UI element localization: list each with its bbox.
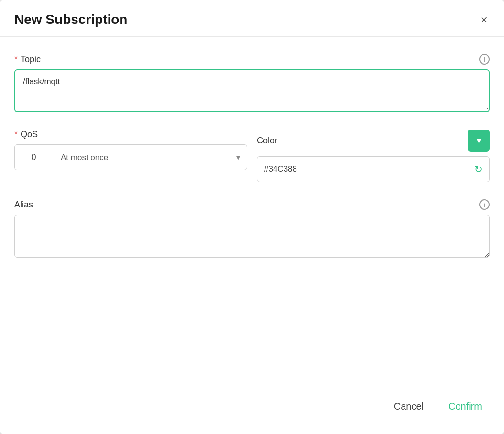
new-subscription-dialog: New Subscription × * Topic i /flask/mqtt: [0, 0, 504, 434]
topic-label: * Topic: [14, 54, 41, 65]
dialog-title: New Subscription: [14, 12, 127, 27]
qos-label: * QoS: [14, 130, 38, 140]
topic-label-row: * Topic i: [14, 54, 490, 65]
qos-label-row: * QoS: [14, 130, 247, 140]
color-label: Color: [257, 136, 277, 146]
qos-color-row: * QoS 0 At most once At least once Exact…: [14, 130, 490, 182]
cancel-button[interactable]: Cancel: [386, 396, 431, 417]
qos-required-star: *: [14, 130, 18, 140]
dialog-footer: Cancel Confirm: [0, 387, 504, 434]
color-hex-display: #34C388: [264, 164, 297, 174]
color-input-wrapper: #34C388 ↻: [257, 156, 490, 182]
alias-info-icon: i: [479, 199, 490, 210]
qos-chevron-icon: ▾: [230, 153, 247, 162]
topic-input[interactable]: /flask/mqtt: [14, 69, 490, 112]
topic-required-star: *: [14, 54, 18, 65]
alias-input[interactable]: [14, 215, 490, 258]
alias-label-row: Alias i: [14, 199, 490, 210]
alias-label-text: Alias: [14, 200, 33, 210]
color-label-text: Color: [257, 136, 277, 146]
color-section: Color ▾ #34C388 ↻: [257, 130, 490, 182]
qos-select[interactable]: At most once At least once Exactly once: [53, 145, 230, 170]
topic-label-text: Topic: [21, 54, 41, 65]
qos-section: * QoS 0 At most once At least once Exact…: [14, 130, 247, 170]
color-refresh-icon[interactable]: ↻: [474, 163, 482, 175]
confirm-button[interactable]: Confirm: [441, 396, 490, 417]
color-label-row: Color ▾: [257, 130, 490, 152]
qos-label-text: QoS: [21, 130, 38, 140]
qos-select-wrapper: 0 At most once At least once Exactly onc…: [14, 144, 247, 170]
topic-info-icon: i: [479, 54, 490, 65]
color-swatch-chevron-icon: ▾: [477, 135, 481, 146]
qos-number-display: 0: [15, 145, 53, 170]
alias-field-group: Alias i: [14, 199, 490, 258]
alias-label: Alias: [14, 200, 33, 210]
topic-field-group: * Topic i /flask/mqtt: [14, 54, 490, 112]
color-swatch-button[interactable]: ▾: [468, 130, 490, 152]
dialog-header: New Subscription ×: [0, 0, 504, 37]
close-button[interactable]: ×: [479, 11, 490, 28]
dialog-body: * Topic i /flask/mqtt * QoS: [0, 37, 504, 387]
